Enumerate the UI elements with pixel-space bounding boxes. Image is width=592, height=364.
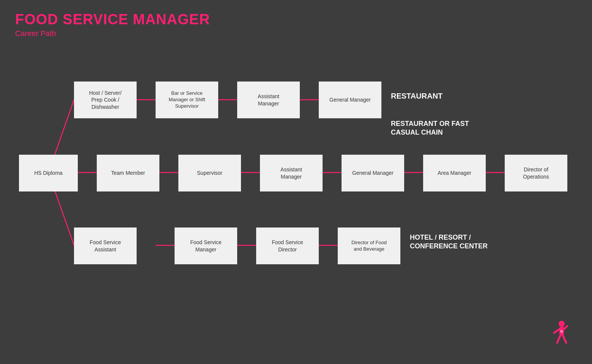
box-director-operations: Director ofOperations (505, 155, 567, 191)
box-food-service-director: Food ServiceDirector (256, 228, 319, 264)
svg-line-19 (564, 326, 567, 329)
box-food-service-manager: Food ServiceManager (175, 228, 237, 264)
svg-point-16 (559, 321, 565, 327)
box-dir-food-beverage: Director of Foodand Beverage (338, 228, 400, 264)
box-hs-diploma: HS Diploma (19, 155, 78, 191)
career-diagram: Host / Server/Prep Cook /Dishwasher Bar … (8, 61, 584, 296)
svg-line-20 (557, 335, 561, 343)
box-food-service-assistant: Food ServiceAssistant (74, 228, 137, 264)
header: FOOD SERVICE MANAGER Career Path (15, 11, 210, 38)
box-general-manager-mid: General Manager (342, 155, 404, 191)
label-restaurant: RESTAURANT (391, 91, 442, 101)
box-bar-service: Bar or ServiceManager or ShiftSupervisor (156, 82, 218, 118)
label-fast-casual: RESTAURANT OR FASTCASUAL CHAIN (391, 119, 469, 137)
box-supervisor: Supervisor (178, 155, 241, 191)
page-subtitle: Career Path (15, 29, 210, 38)
svg-line-21 (563, 335, 566, 343)
box-area-manager: Area Manager (423, 155, 486, 191)
page-title: FOOD SERVICE MANAGER (15, 11, 210, 28)
label-hotel-resort: HOTEL / RESORT /CONFERENCE CENTER (410, 233, 488, 251)
logo: G (543, 318, 569, 349)
svg-line-13 (53, 186, 74, 245)
box-host-server: Host / Server/Prep Cook /Dishwasher (74, 82, 137, 118)
svg-line-18 (554, 329, 559, 333)
svg-text:G: G (560, 329, 563, 333)
box-general-manager-top: General Manager (319, 82, 381, 118)
box-assistant-manager-top: AssistantManager (237, 82, 300, 118)
box-team-member: Team Member (97, 155, 159, 191)
svg-line-12 (53, 100, 74, 159)
box-assistant-manager-mid: AssistantManager (260, 155, 323, 191)
